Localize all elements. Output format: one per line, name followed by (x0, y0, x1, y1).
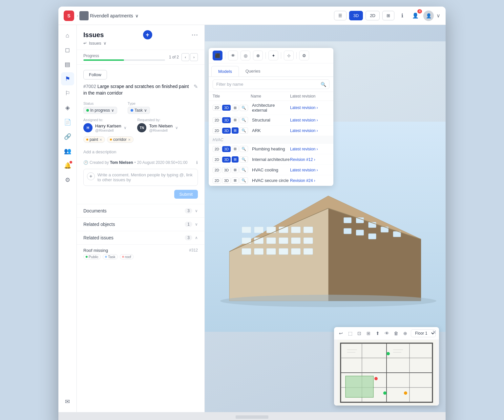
undo-button[interactable]: ↩ (337, 329, 345, 338)
2d-btn-structural[interactable]: 2D (213, 117, 221, 123)
list-view-button[interactable]: ☰ (334, 11, 346, 20)
sidebar-item-box[interactable]: ◻ (61, 43, 74, 56)
plus-button[interactable]: ⊕ (402, 329, 409, 338)
type-badge[interactable]: Task ∨ (128, 107, 150, 114)
sidebar-item-doc[interactable]: 📄 (61, 116, 74, 129)
cursor-button[interactable]: ⊹ (284, 51, 294, 60)
grid-btn-hvac-cooling[interactable]: ⊞ (232, 167, 239, 173)
fullscreen-button[interactable]: ⊞ (365, 329, 372, 338)
search-btn-arch-ext[interactable]: 🔍 (240, 105, 248, 111)
tag-paint-remove[interactable]: ✕ (99, 138, 102, 142)
follow-button[interactable]: Follow (83, 70, 107, 79)
grid-view-button[interactable]: ⊞ (382, 11, 394, 20)
2d-btn-internal-arch[interactable]: 2D (213, 157, 221, 163)
eye-minimap-button[interactable]: 👁 (383, 329, 390, 338)
sidebar-item-layers[interactable]: ▤ (61, 58, 74, 71)
3d-btn-internal-arch[interactable]: 3D (222, 157, 231, 163)
2d-btn-plumbing[interactable]: 2D (213, 146, 221, 152)
grid-btn-ark[interactable]: ⊞ (232, 127, 239, 134)
tab-queries[interactable]: Queries (239, 66, 267, 77)
submit-button[interactable]: Submit (174, 190, 198, 199)
documents-section[interactable]: Documents 3 ∨ (77, 204, 204, 217)
eye-slash-button[interactable]: ⊗ (253, 51, 263, 60)
next-arrow[interactable]: › (190, 53, 198, 61)
search-input[interactable] (213, 79, 329, 89)
sidebar-item-link[interactable]: 🔗 (61, 130, 74, 143)
model-name-hvac-cooling: HVAC cooling (252, 167, 290, 172)
tab-models[interactable]: Models (211, 66, 239, 77)
sidebar-item-home[interactable]: ⌂ (61, 29, 74, 42)
project-name[interactable]: Rivendell apartments ∨ (90, 13, 138, 18)
search-btn-hvac-cooling[interactable]: 🔍 (240, 167, 248, 173)
expand-button[interactable]: ⊡ (356, 329, 363, 338)
breadcrumb-sub: ↵ Issues ∨ (83, 41, 198, 46)
sidebar-item-mail[interactable]: ✉ (61, 395, 74, 408)
sidebar-item-tags[interactable]: ◈ (61, 101, 74, 114)
2d-view-button[interactable]: 2D (366, 11, 380, 20)
3d-btn-ark[interactable]: 3D (222, 128, 231, 134)
svg-rect-47 (346, 376, 373, 397)
svg-point-50 (383, 391, 387, 395)
more-options-button[interactable]: ⋯ (191, 31, 198, 39)
grid-btn-internal-arch[interactable]: ⊞ (232, 156, 239, 163)
issue-edit-button[interactable]: ✎ (194, 83, 198, 90)
model-row-structural: 2D 3D ⊞ 🔍 Structural Latest revision › (209, 115, 333, 125)
info-icon[interactable]: ℹ (397, 11, 408, 21)
comment-add-icon[interactable]: + (87, 172, 95, 180)
cube-toolbar-button[interactable]: ⬛ (213, 51, 222, 60)
settings-toolbar-button[interactable]: ⚙ (299, 51, 309, 60)
3d-btn-hvac-secure[interactable]: 3D (222, 178, 231, 184)
grid-btn-hvac-secure[interactable]: ⊞ (232, 177, 239, 184)
3d-btn-structural[interactable]: 3D (222, 117, 231, 123)
2d-btn-hvac-secure[interactable]: 2D (213, 178, 221, 184)
prev-arrow[interactable]: ‹ (181, 53, 189, 61)
sidebar-item-settings[interactable]: ⚙ (61, 173, 74, 187)
sidebar-item-issues[interactable]: ⚑ (61, 72, 74, 85)
add-issue-button[interactable]: + (143, 30, 152, 39)
user-avatar[interactable]: 👤 (423, 11, 434, 21)
grid-btn-arch-ext[interactable]: ⊞ (232, 105, 239, 111)
upload-button[interactable]: ⬆ (374, 329, 381, 338)
sparkle-button[interactable]: ✦ (268, 51, 278, 60)
model-row-hvac-cooling: 2D 3D ⊞ 🔍 HVAC cooling Latest revision › (209, 165, 333, 175)
svg-point-49 (374, 377, 378, 380)
search-btn-hvac-secure[interactable]: 🔍 (240, 177, 248, 184)
3d-view-button[interactable]: 3D (349, 11, 363, 20)
search-btn-ark[interactable]: 🔍 (240, 127, 248, 134)
sidebar-item-group[interactable]: 👥 (61, 144, 74, 158)
3d-btn-arch-ext[interactable]: 3D (222, 105, 231, 111)
2d-btn-arch-ext[interactable]: 2D (213, 105, 221, 111)
2d-btn-ark[interactable]: 2D (213, 128, 221, 134)
2d-btn-hvac-cooling[interactable]: 2D (213, 167, 221, 173)
revision-link-internal-arch[interactable]: Revision #12 › (290, 157, 329, 162)
panel-header: Issues + ⋯ ↵ Issues ∨ (77, 25, 204, 50)
crop-button[interactable]: ⬚ (346, 329, 354, 338)
tag-corridor-remove[interactable]: ✕ (128, 138, 131, 142)
3d-btn-plumbing[interactable]: 3D (222, 146, 231, 152)
sidebar-item-bell[interactable]: 🔔 (61, 159, 74, 172)
progress-fill (83, 59, 124, 61)
related-objects-section[interactable]: Related objects 1 ∨ (77, 217, 204, 231)
revision-link-plumbing[interactable]: Latest revision › (290, 147, 329, 151)
search-btn-plumbing[interactable]: 🔍 (240, 146, 248, 152)
description-area[interactable]: Add a description (83, 146, 198, 158)
revision-link-hvac-secure[interactable]: Revision #24 › (290, 178, 329, 183)
mini-map-close[interactable]: ✕ (432, 329, 436, 335)
sidebar-item-flag[interactable]: ⚐ (61, 87, 74, 100)
delete-button[interactable]: 🗑 (392, 329, 400, 338)
eye-closed-button[interactable]: ◎ (241, 51, 250, 60)
search-btn-internal-arch[interactable]: 🔍 (240, 156, 248, 163)
revision-link-ark[interactable]: Latest revision › (290, 128, 329, 133)
status-badge[interactable]: In progress ∨ (83, 107, 117, 114)
related-issues-section[interactable]: Related issues 3 ∧ (77, 231, 204, 244)
panel-title: Issues + ⋯ (83, 30, 198, 39)
grid-btn-plumbing[interactable]: ⊞ (232, 146, 239, 152)
created-info-icon[interactable]: ℹ (196, 160, 198, 165)
revision-link-hvac-cooling[interactable]: Latest revision › (290, 168, 329, 172)
3d-btn-hvac-cooling[interactable]: 3D (222, 167, 231, 173)
search-btn-structural[interactable]: 🔍 (240, 117, 248, 123)
revision-link-arch-ext[interactable]: Latest revision › (290, 105, 329, 110)
grid-btn-structural[interactable]: ⊞ (232, 117, 239, 123)
eye-open-button[interactable]: 👁 (228, 51, 238, 60)
revision-link-structural[interactable]: Latest revision › (290, 118, 329, 122)
